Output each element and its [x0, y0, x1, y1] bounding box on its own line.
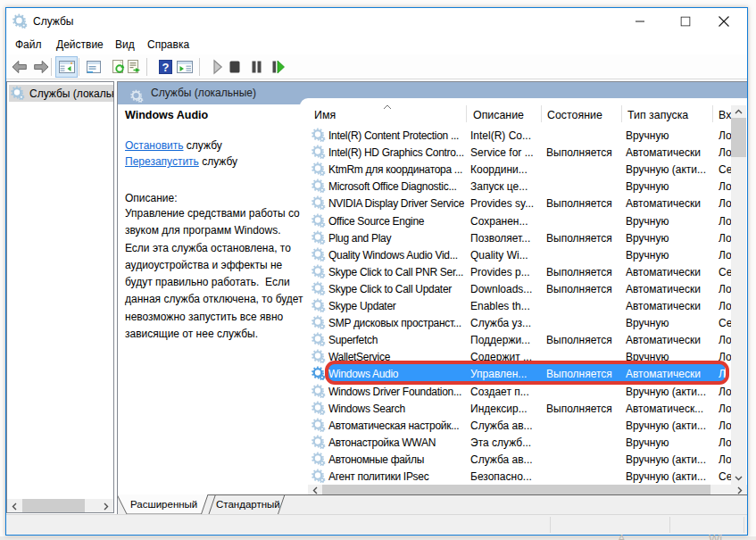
svg-text:Стандартный: Стандартный [216, 499, 280, 510]
svg-text:Расширенный: Расширенный [130, 499, 197, 510]
svg-text:?: ? [162, 61, 170, 74]
